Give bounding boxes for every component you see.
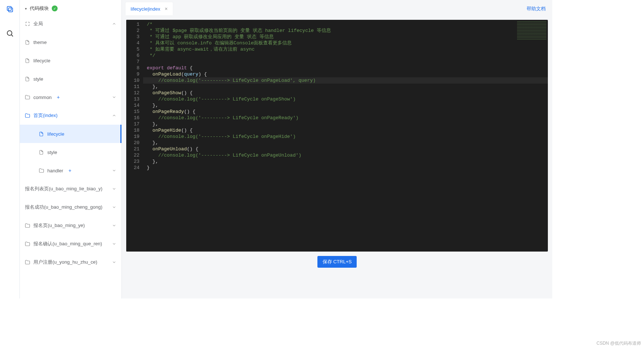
nav-page-user[interactable]: 用户注册(u_yong_hu_zhu_ce) [20,253,121,271]
nav-page-reg[interactable]: 报名页(u_bao_ming_ye) [20,216,121,235]
nav-style-global[interactable]: style [20,70,121,88]
nav-common[interactable]: common+ [20,88,121,106]
nav-lifecycle-global[interactable]: lifecycle [20,51,121,70]
sidebar: ▾ 代码模块 ✓ 全局 theme lifecycle style common… [20,0,122,298]
file-icon [25,77,30,81]
folder-icon [25,113,30,118]
main-area: lifecycle|index × 帮助文档 12345678910111213… [122,0,552,298]
chevron-up-icon [112,113,116,118]
sidebar-header[interactable]: ▾ 代码模块 ✓ [20,0,121,15]
chevron-down-icon [112,260,116,264]
line-gutter: 123456789101112131415161718192021222324 [126,20,143,252]
folder-icon [25,95,30,100]
chevron-down-icon [112,205,116,209]
code-editor[interactable]: 123456789101112131415161718192021222324 … [126,20,548,252]
tab-lifecycle[interactable]: lifecycle|index × [125,2,173,15]
folder-icon [25,223,30,228]
search-icon[interactable] [6,29,14,37]
nav-handler[interactable]: handler+ [20,161,121,180]
chevron-down-icon [112,242,116,246]
svg-rect-0 [8,8,12,12]
minimap[interactable] [517,21,546,40]
chevron-up-icon [112,22,116,26]
tab-label: lifecycle|index [131,6,160,12]
help-link[interactable]: 帮助文档 [527,6,546,12]
nav-home[interactable]: 首页(index) [20,106,121,125]
file-icon [39,132,44,136]
fullscreen-icon [25,21,30,26]
tab-bar: lifecycle|index × 帮助文档 [122,0,552,15]
chevron-down-icon [112,95,116,99]
nav-theme[interactable]: theme [20,33,121,51]
nav-global[interactable]: 全局 [20,15,121,33]
chevron-down-icon [112,168,116,173]
copy-icon[interactable] [6,5,14,13]
file-icon [25,40,30,45]
add-icon[interactable]: + [57,94,60,100]
save-bar: 保存 CTRL+S [122,254,552,271]
file-icon [25,58,30,63]
add-icon[interactable]: + [68,168,71,173]
nav-page-confirm[interactable]: 报名确认(u_bao_ming_que_ren) [20,235,121,253]
svg-point-2 [7,31,12,36]
svg-rect-1 [7,7,11,11]
folder-icon [25,260,30,265]
nav-style-file[interactable]: style [20,143,121,161]
close-icon[interactable]: × [165,6,168,12]
save-button[interactable]: 保存 CTRL+S [317,256,357,268]
check-icon: ✓ [52,6,58,11]
left-rail [0,0,20,298]
nav-page-success[interactable]: 报名成功(u_bao_ming_cheng_gong) [20,198,121,216]
folder-icon [39,168,44,173]
file-icon [39,150,44,155]
chevron-down-icon: ▾ [25,7,27,11]
folder-icon [25,241,30,246]
svg-line-3 [11,35,13,36]
nav-lifecycle-file[interactable]: lifecycle [20,125,121,143]
code-body[interactable]: /* * 可通过 $page 获取或修改当前页面的 变量 状态 handler … [143,20,548,252]
chevron-down-icon [112,187,116,191]
chevron-down-icon [112,223,116,228]
sidebar-title: 代码模块 [30,5,49,12]
nav-page-list[interactable]: 报名列表页(u_bao_ming_lie_biao_y) [20,180,121,198]
